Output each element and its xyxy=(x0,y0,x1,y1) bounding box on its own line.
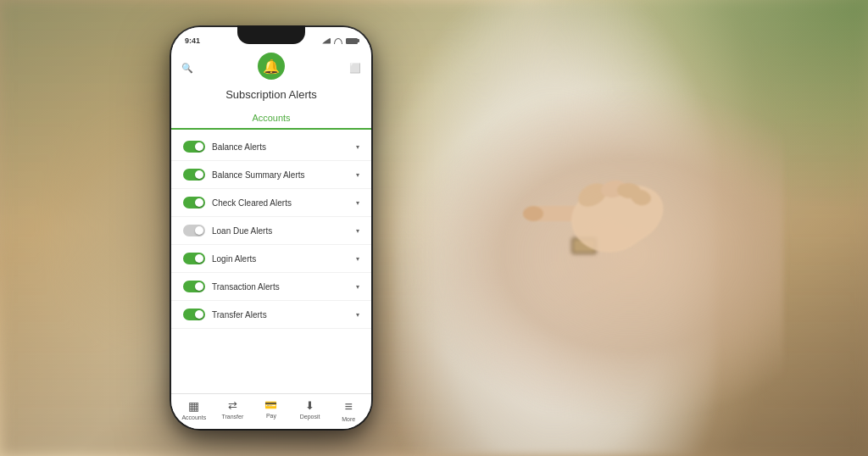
signal-icon xyxy=(322,38,331,44)
chevron-transfer-alerts[interactable]: ▾ xyxy=(356,311,359,319)
toggle-transfer-alerts[interactable] xyxy=(183,309,205,320)
toggle-login-alerts[interactable] xyxy=(183,253,205,264)
transfer-icon: ⇄ xyxy=(228,399,237,412)
wifi-icon xyxy=(334,38,342,44)
nav-transfer[interactable]: ⇄ Transfer xyxy=(214,399,253,422)
bell-icon: 🔔 xyxy=(263,58,280,75)
app-header: 🔍 🔔 ⬜ Subscription Alerts xyxy=(171,49,371,108)
phone-device: 9:41 🔍 🔔 xyxy=(170,25,373,431)
alert-row-login: Login Alerts ▾ xyxy=(171,245,371,273)
pay-icon: 💳 xyxy=(264,399,277,411)
battery-icon xyxy=(346,38,358,44)
bottom-navigation: ▦ Accounts ⇄ Transfer 💳 Pay ⬇ Deposit xyxy=(171,393,371,429)
label-check-cleared-alerts: Check Cleared Alerts xyxy=(212,198,349,208)
background-scene xyxy=(0,0,868,456)
deposit-nav-label: Deposit xyxy=(300,414,320,420)
toggle-loan-due-alerts[interactable] xyxy=(183,225,205,236)
label-loan-due-alerts: Loan Due Alerts xyxy=(212,226,349,236)
more-icon: ≡ xyxy=(345,399,353,414)
alert-row-transfer: Transfer Alerts ▾ xyxy=(171,301,371,329)
accounts-nav-label: Accounts xyxy=(181,414,206,420)
chevron-login-alerts[interactable]: ▾ xyxy=(356,255,359,263)
transfer-nav-label: Transfer xyxy=(221,414,243,420)
label-transfer-alerts: Transfer Alerts xyxy=(212,310,349,320)
bell-button[interactable]: 🔔 xyxy=(258,53,285,80)
nav-pay[interactable]: 💳 Pay xyxy=(252,399,291,422)
alert-list: Balance Alerts ▾ Balance Summary Alerts … xyxy=(171,130,371,393)
label-transaction-alerts: Transaction Alerts xyxy=(212,282,349,292)
chevron-check-cleared-alerts[interactable]: ▾ xyxy=(356,199,359,207)
label-balance-summary-alerts: Balance Summary Alerts xyxy=(212,170,349,180)
search-icon[interactable]: 🔍 xyxy=(181,63,193,74)
more-nav-label: More xyxy=(342,416,355,422)
alert-row-check-cleared: Check Cleared Alerts ▾ xyxy=(171,189,371,217)
pointing-hand-overlay xyxy=(478,131,665,267)
status-icons xyxy=(322,38,358,44)
menu-icon[interactable]: ⬜ xyxy=(349,63,361,74)
deposit-icon: ⬇ xyxy=(305,399,314,412)
nav-deposit[interactable]: ⬇ Deposit xyxy=(291,399,330,422)
toggle-balance-summary-alerts[interactable] xyxy=(183,169,205,181)
nav-more[interactable]: ≡ More xyxy=(329,399,368,422)
alert-row-loan-due: Loan Due Alerts ▾ xyxy=(171,217,371,245)
chevron-balance-summary-alerts[interactable]: ▾ xyxy=(356,171,359,179)
toggle-balance-alerts[interactable] xyxy=(183,141,205,153)
chevron-transaction-alerts[interactable]: ▾ xyxy=(356,283,359,291)
alert-row-balance-summary: Balance Summary Alerts ▾ xyxy=(171,161,371,189)
label-login-alerts: Login Alerts xyxy=(212,254,349,264)
toggle-transaction-alerts[interactable] xyxy=(183,281,205,292)
chevron-loan-due-alerts[interactable]: ▾ xyxy=(356,227,359,235)
header-top-bar: 🔍 🔔 ⬜ xyxy=(181,53,361,83)
accounts-icon: ▦ xyxy=(188,399,199,413)
app-screen: 9:41 🔍 🔔 xyxy=(171,27,371,429)
label-balance-alerts: Balance Alerts xyxy=(212,142,349,152)
nav-accounts[interactable]: ▦ Accounts xyxy=(175,399,214,422)
pay-nav-label: Pay xyxy=(266,413,276,419)
alert-row-balance: Balance Alerts ▾ xyxy=(171,133,371,161)
tab-accounts[interactable]: Accounts xyxy=(238,108,303,130)
svg-point-2 xyxy=(523,206,543,221)
screen-title: Subscription Alerts xyxy=(181,88,361,101)
phone-notch xyxy=(237,25,305,44)
phone-screen: 9:41 🔍 🔔 xyxy=(171,27,371,429)
status-time: 9:41 xyxy=(185,36,200,45)
chevron-balance-alerts[interactable]: ▾ xyxy=(356,143,359,151)
phone-outer-frame: 9:41 🔍 🔔 xyxy=(170,25,373,431)
alert-row-transaction: Transaction Alerts ▾ xyxy=(171,273,371,301)
toggle-check-cleared-alerts[interactable] xyxy=(183,197,205,209)
tab-bar: Accounts xyxy=(171,108,371,130)
